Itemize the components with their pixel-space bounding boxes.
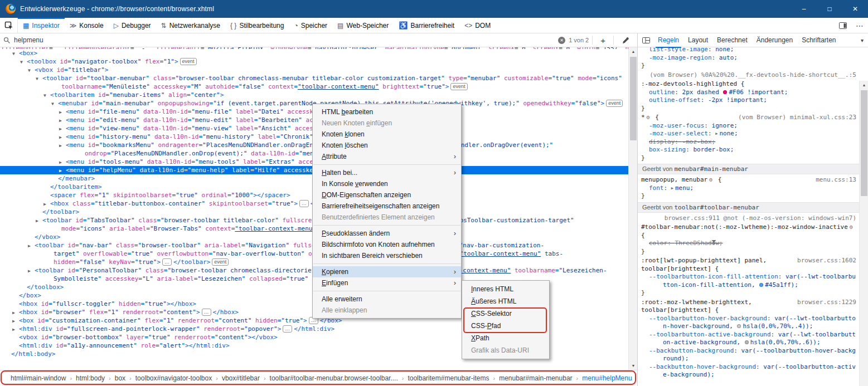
rule-source-link[interactable]: (vom Browser) minimal-xul.css:23 — [738, 114, 856, 122]
collapse-twisty-icon[interactable]: ▼ — [12, 50, 19, 57]
rule-source-link[interactable]: menu.css:13 — [816, 176, 856, 184]
add-node-button[interactable]: + — [596, 36, 610, 45]
css-declaration[interactable]: -moz-user-select: ▶none; — [638, 130, 860, 138]
show-more-badge[interactable]: … — [202, 309, 211, 316]
node-picker-button[interactable] — [0, 18, 18, 33]
menu-item-collapse-all[interactable]: Alle einklappen — [313, 305, 461, 316]
tab-styleeditor[interactable]: { }Stilbearbeitung — [225, 18, 289, 33]
menu-item-break-on[interactable]: Halten bei...› — [313, 167, 461, 178]
tab-storage[interactable]: ▤Web-Speicher — [332, 18, 394, 33]
breadcrumb-item[interactable]: toolbar#toolbar-menubar.browser-toolbar.… — [266, 374, 402, 382]
menu-item-css-path[interactable]: CSS-Pfad — [462, 320, 549, 332]
tab-dom[interactable]: <>DOM — [459, 18, 496, 33]
expand-twisty-icon[interactable]: ▶ — [59, 167, 66, 174]
scroll-up-button[interactable]: ▲ — [860, 81, 868, 89]
color-swatch[interactable] — [737, 324, 741, 328]
expand-arrow-icon[interactable]: ▶ — [671, 186, 673, 190]
css-declaration[interactable]: -moz-image-region: auto; — [638, 54, 860, 62]
menu-item-paste[interactable]: Einfügen› — [313, 277, 461, 289]
sidebar-tab-schriftarten[interactable]: Schriftarten — [797, 33, 840, 47]
menu-item-clone-node[interactable]: Knoten klonen — [313, 129, 461, 140]
breadcrumb-item[interactable]: html:body — [72, 374, 109, 382]
breadcrumb-item[interactable]: toolbaritem#menubar-items — [404, 374, 493, 382]
show-more-badge[interactable]: … — [299, 200, 309, 207]
menu-item-delete-node[interactable]: Knoten löschen — [313, 140, 461, 151]
expand-twisty-icon[interactable]: ▶ — [28, 267, 35, 275]
badge-event[interactable]: event — [212, 258, 229, 266]
menu-item-inner-html[interactable]: Inneres HTML — [462, 283, 549, 295]
expand-twisty-icon[interactable]: ▶ — [59, 108, 66, 116]
sidebar-tab-layout[interactable]: Layout — [683, 33, 712, 47]
rule-source-link[interactable]: browser.css:1229 — [797, 299, 856, 307]
menu-item-show-dom-properties[interactable]: DOM-Eigenschaften anzeigen — [313, 189, 461, 201]
markup-scrollbar[interactable]: ▲ ▼ — [628, 47, 637, 370]
css-declaration[interactable]: font: ▶menu; — [638, 184, 860, 193]
css-declaration[interactable]: --toolbarbutton-active-background: var(-… — [638, 331, 860, 347]
css-declaration[interactable]: --toolbarbutton-icon-fill-attention: var… — [638, 273, 860, 289]
tab-debugger[interactable]: ▷Debugger — [109, 18, 156, 33]
menu-item-show-a11y-properties[interactable]: Barrierefreiheitseigenschaften anzeigen — [313, 201, 461, 212]
breadcrumb-item[interactable]: toolbox#navigator-toolbox — [132, 374, 216, 382]
tab-inspector[interactable]: ▦Inspektor — [18, 18, 65, 33]
minimize-button[interactable]: – — [791, 0, 817, 18]
markup-row[interactable]: ▼<vbox id="titlebar"> — [0, 66, 628, 74]
css-declaration[interactable]: outline-offset: -2px !important; — [638, 96, 860, 105]
tab-memory[interactable]: ◔Speicher — [289, 18, 332, 33]
expand-arrow-icon[interactable]: ▶ — [715, 131, 717, 136]
rule-source-link[interactable]: browser.css:911 @not (-moz-os-version: w… — [638, 214, 860, 223]
collapse-twisty-icon[interactable]: ▼ — [20, 58, 27, 66]
expand-twisty-icon[interactable]: ▶ — [59, 133, 66, 141]
expand-twisty-icon[interactable]: ▶ — [36, 217, 42, 224]
maximize-button[interactable]: □ — [817, 0, 842, 18]
expand-twisty-icon[interactable]: ▶ — [43, 200, 50, 208]
menu-item-insert-node[interactable]: Neuen Knoten einfügen — [313, 118, 461, 129]
expand-twisty-icon[interactable]: ▶ — [12, 309, 19, 316]
tab-network[interactable]: ⇅Netzwerkanalyse — [156, 18, 225, 33]
css-declaration[interactable]: --backbutton-hover-background: var(--too… — [638, 363, 860, 379]
menu-item-use-in-console[interactable]: In Konsole verwenden — [313, 178, 461, 189]
menu-item-copy[interactable]: Kopieren› — [313, 266, 461, 277]
expand-twisty-icon[interactable]: ▶ — [12, 325, 19, 333]
badge-event[interactable]: event — [180, 58, 197, 65]
menu-item-edit-html[interactable]: HTML bearbeiten — [313, 106, 461, 118]
collapse-twisty-icon[interactable]: ▼ — [43, 91, 50, 99]
menu-item-attributes[interactable]: Attribute› — [313, 151, 461, 162]
markup-row[interactable]: ▼<toolbox id="navigator-toolbox" flex="1… — [0, 57, 628, 66]
menu-item-screenshot-node[interactable]: Bildschirmfoto von Knoten aufnehmen — [313, 239, 461, 250]
menu-item-outer-html[interactable]: Äußeres HTML — [462, 295, 549, 307]
sidebar-tab-regeln[interactable]: Regeln — [653, 33, 683, 47]
breadcrumb-item[interactable]: html#main-window — [7, 374, 70, 382]
breadcrumb-item[interactable]: menubar#main-menubar — [495, 374, 576, 382]
menu-item-scroll-into-view[interactable]: In sichtbaren Bereich verschieben — [313, 250, 461, 261]
tab-console[interactable]: ≫Konsole — [65, 18, 109, 33]
rules-scrollbar[interactable]: ▲ ▼ — [859, 81, 868, 386]
three-pane-toggle-button[interactable] — [639, 37, 653, 43]
sidebar-tab-änderungen[interactable]: Änderungen — [752, 33, 797, 47]
markup-row-clipped[interactable]: titlemodifier="" titlemenuseparator=" - … — [0, 47, 628, 49]
markup-row[interactable]: ▼<box> — [0, 49, 628, 57]
color-swatch[interactable] — [759, 283, 763, 287]
badge-event[interactable]: event — [450, 83, 467, 90]
expand-twisty-icon[interactable]: ▶ — [59, 141, 66, 149]
expand-twisty-icon[interactable]: ▶ — [59, 125, 66, 133]
tab-accessibility[interactable]: ♿Barrierefreiheit — [394, 18, 459, 33]
color-swatch[interactable] — [723, 90, 727, 94]
menu-item-xpath[interactable]: XPath — [462, 332, 549, 344]
css-declaration[interactable]: display: -moz-box;⚠ — [638, 138, 860, 146]
close-button[interactable]: ✕ — [842, 0, 868, 18]
breadcrumb-item[interactable]: box — [111, 374, 129, 382]
css-declaration[interactable]: --backbutton-background: var(--toolbarbu… — [638, 347, 860, 363]
scrollbar-thumb[interactable] — [630, 57, 637, 140]
eyedropper-button[interactable] — [617, 37, 634, 44]
markup-row[interactable]: toolbarname="Menüleiste" accesskey="M" a… — [0, 82, 628, 91]
expand-twisty-icon[interactable]: ▶ — [59, 116, 66, 124]
menu-item-show-custom-element[interactable]: Benutzerdefiniertes Element anzeigen — [313, 212, 461, 223]
collapse-twisty-icon[interactable]: ▼ — [36, 75, 42, 82]
menu-item-css-selector[interactable]: CSS-Selektor — [462, 307, 549, 320]
css-declaration[interactable]: color: ThreeDShadow; — [638, 240, 860, 248]
markup-row[interactable]: ▼<toolbar id="toolbar-menubar" class="br… — [0, 74, 628, 82]
css-declaration[interactable]: --toolbarbutton-hover-background: var(--… — [638, 315, 860, 331]
collapse-twisty-icon[interactable]: ▼ — [28, 66, 35, 74]
markup-row[interactable]: ▼<toolbaritem id="menubar-items" align="… — [0, 91, 628, 99]
css-declaration[interactable]: outline: 2px dashed #F06 !important; — [638, 89, 860, 97]
